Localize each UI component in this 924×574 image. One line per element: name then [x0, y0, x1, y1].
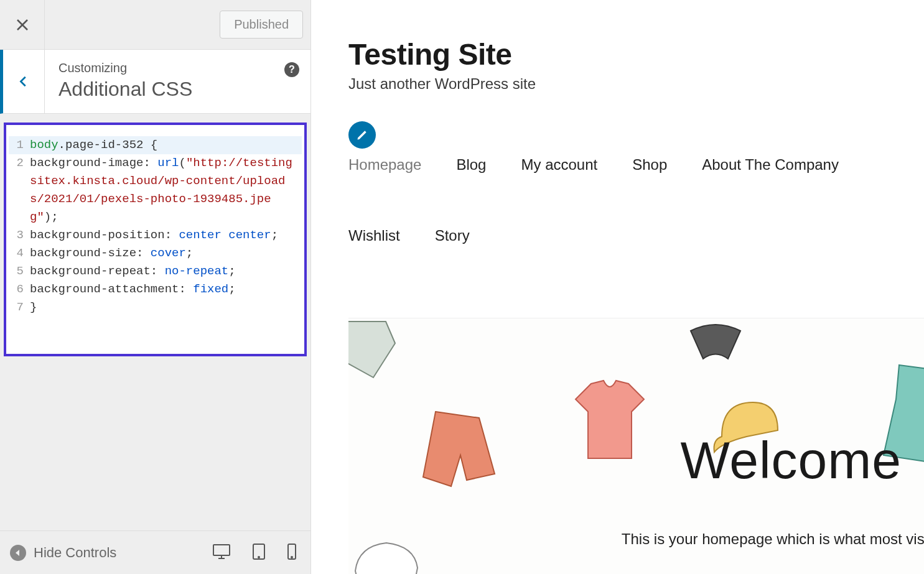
line-number: 2 — [9, 154, 30, 226]
hide-controls-label: Hide Controls — [34, 545, 116, 561]
device-preview-switcher — [212, 543, 297, 563]
edit-shortcut-button[interactable] — [348, 121, 376, 149]
nav-item-story[interactable]: Story — [435, 227, 470, 244]
svg-marker-2 — [16, 550, 19, 556]
code-text: } — [30, 299, 302, 317]
customizer-sidebar: Published Customizing Additional CSS ? 1… — [0, 0, 311, 574]
nav-item-blog[interactable]: Blog — [456, 156, 486, 174]
code-line[interactable]: 7} — [9, 299, 302, 317]
help-icon[interactable]: ? — [284, 62, 299, 77]
chevron-left-icon — [17, 75, 30, 88]
desktop-preview-button[interactable] — [212, 544, 231, 562]
line-number: 4 — [9, 244, 30, 262]
doodle-tshirt — [572, 377, 647, 465]
css-editor-highlight-box: 1body.page-id-352 {2background-image: ur… — [4, 123, 307, 356]
code-line[interactable]: 2background-image: url("http://testingsi… — [9, 154, 302, 226]
hero-title: Welcome — [680, 430, 902, 491]
doodle-sunglasses — [684, 318, 747, 368]
code-text: background-size: cover; — [30, 244, 302, 262]
site-tagline: Just another WordPress site — [348, 75, 924, 93]
code-text: background-repeat: no-repeat; — [30, 262, 302, 280]
nav-item-shop[interactable]: Shop — [632, 156, 667, 174]
collapse-icon — [10, 545, 26, 561]
code-line[interactable]: 6background-attachment: fixed; — [9, 280, 302, 299]
code-text: background-image: url("http://testingsit… — [30, 154, 302, 226]
desktop-icon — [212, 544, 231, 560]
doodle-sock — [348, 318, 398, 381]
section-heading-main: Additional CSS — [58, 78, 298, 101]
code-text: background-attachment: fixed; — [30, 280, 302, 299]
code-line[interactable]: 3background-position: center center; — [9, 226, 302, 244]
nav-item-homepage[interactable]: Homepage — [348, 156, 421, 174]
hide-controls-button[interactable]: Hide Controls — [10, 545, 198, 561]
primary-nav-row-2: Wishlist Story — [348, 227, 924, 244]
tablet-icon — [252, 543, 266, 560]
line-number: 7 — [9, 299, 30, 317]
back-button[interactable] — [3, 50, 45, 113]
sidebar-top-bar: Published — [0, 0, 310, 50]
code-line[interactable]: 4background-size: cover; — [9, 244, 302, 262]
code-line[interactable]: 5background-repeat: no-repeat; — [9, 262, 302, 280]
section-heading-pre: Customizing — [58, 61, 298, 75]
nav-item-about[interactable]: About The Company — [702, 156, 839, 174]
nav-item-my-account[interactable]: My account — [521, 156, 597, 174]
code-line[interactable]: 1body.page-id-352 { — [9, 136, 302, 154]
site-preview: Testing Site Just another WordPress site… — [311, 0, 924, 574]
close-icon — [15, 17, 30, 32]
line-number: 5 — [9, 262, 30, 280]
site-title[interactable]: Testing Site — [348, 37, 924, 72]
hero-subtitle: This is your homepage which is what most… — [622, 530, 924, 548]
primary-nav: Homepage Blog My account Shop About The … — [348, 156, 924, 174]
customizer-section-header: Customizing Additional CSS ? — [0, 50, 310, 114]
svg-point-7 — [258, 557, 259, 558]
line-number: 3 — [9, 226, 30, 244]
publish-button[interactable]: Published — [220, 11, 303, 39]
svg-rect-3 — [213, 545, 230, 555]
tablet-preview-button[interactable] — [252, 543, 266, 563]
code-text: background-position: center center; — [30, 226, 302, 244]
css-editor[interactable]: 1body.page-id-352 {2background-image: ur… — [9, 136, 302, 317]
mobile-icon — [287, 543, 297, 560]
pencil-icon — [356, 129, 368, 141]
nav-item-wishlist[interactable]: Wishlist — [348, 227, 400, 244]
close-button[interactable] — [0, 0, 45, 50]
svg-point-9 — [291, 557, 292, 558]
sidebar-bottom-bar: Hide Controls — [0, 530, 310, 574]
doodle-shoe — [352, 537, 421, 574]
hero-section: Welcome This is your homepage which is w… — [348, 318, 924, 574]
doodle-shorts — [417, 405, 498, 505]
code-text: body.page-id-352 { — [30, 136, 302, 154]
line-number: 6 — [9, 280, 30, 299]
mobile-preview-button[interactable] — [287, 543, 297, 563]
line-number: 1 — [9, 136, 30, 154]
